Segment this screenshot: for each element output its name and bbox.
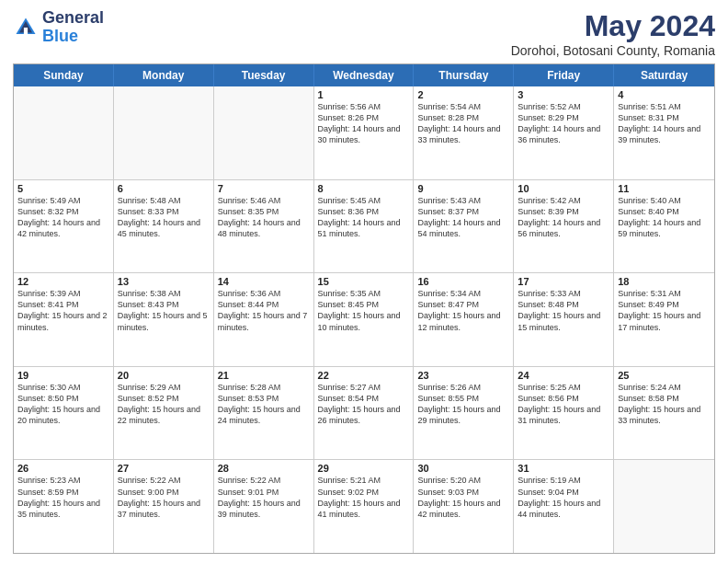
page: General Blue May 2024 Dorohoi, Botosani … (0, 0, 728, 563)
header: General Blue May 2024 Dorohoi, Botosani … (13, 9, 715, 58)
svg-rect-2 (24, 28, 28, 34)
day-info: Sunrise: 5:42 AM Sunset: 8:39 PM Dayligh… (518, 195, 609, 240)
day-number: 6 (118, 183, 210, 194)
calendar-row-0: 1Sunrise: 5:56 AM Sunset: 8:26 PM Daylig… (14, 86, 714, 180)
day-info: Sunrise: 5:29 AM Sunset: 8:52 PM Dayligh… (118, 382, 210, 427)
day-info: Sunrise: 5:39 AM Sunset: 8:41 PM Dayligh… (17, 288, 109, 333)
day-info: Sunrise: 5:54 AM Sunset: 8:28 PM Dayligh… (417, 101, 509, 146)
day-info: Sunrise: 5:22 AM Sunset: 9:00 PM Dayligh… (118, 475, 210, 520)
calendar-cell-empty (14, 86, 114, 179)
calendar-cell-day-26: 26Sunrise: 5:23 AM Sunset: 8:59 PM Dayli… (14, 460, 114, 553)
day-number: 1 (318, 89, 410, 100)
day-number: 14 (218, 276, 310, 287)
calendar-cell-empty (614, 460, 714, 553)
logo-blue: Blue (42, 27, 78, 45)
day-number: 28 (218, 463, 310, 474)
day-info: Sunrise: 5:34 AM Sunset: 8:47 PM Dayligh… (417, 288, 509, 333)
calendar-cell-day-9: 9Sunrise: 5:43 AM Sunset: 8:37 PM Daylig… (414, 180, 514, 273)
day-info: Sunrise: 5:27 AM Sunset: 8:54 PM Dayligh… (318, 382, 410, 427)
calendar-cell-day-8: 8Sunrise: 5:45 AM Sunset: 8:36 PM Daylig… (314, 180, 415, 273)
calendar-cell-day-20: 20Sunrise: 5:29 AM Sunset: 8:52 PM Dayli… (114, 367, 214, 460)
day-number: 15 (318, 276, 410, 287)
calendar-cell-day-27: 27Sunrise: 5:22 AM Sunset: 9:00 PM Dayli… (114, 460, 214, 553)
calendar-cell-day-24: 24Sunrise: 5:25 AM Sunset: 8:56 PM Dayli… (514, 367, 614, 460)
day-number: 3 (518, 89, 609, 100)
logo: General Blue (13, 9, 104, 46)
weekday-header-saturday: Saturday (614, 64, 714, 86)
day-number: 4 (618, 89, 711, 100)
day-number: 5 (17, 183, 109, 194)
logo-general: General (42, 8, 104, 27)
day-number: 24 (518, 370, 609, 381)
day-info: Sunrise: 5:51 AM Sunset: 8:31 PM Dayligh… (618, 101, 711, 146)
day-number: 26 (17, 463, 109, 474)
calendar-cell-day-29: 29Sunrise: 5:21 AM Sunset: 9:02 PM Dayli… (314, 460, 415, 553)
day-number: 17 (518, 276, 609, 287)
calendar-row-4: 26Sunrise: 5:23 AM Sunset: 8:59 PM Dayli… (14, 460, 714, 553)
day-info: Sunrise: 5:26 AM Sunset: 8:55 PM Dayligh… (417, 382, 509, 427)
day-number: 18 (618, 276, 711, 287)
calendar-cell-day-25: 25Sunrise: 5:24 AM Sunset: 8:58 PM Dayli… (614, 367, 714, 460)
day-info: Sunrise: 5:40 AM Sunset: 8:40 PM Dayligh… (618, 195, 711, 240)
calendar-cell-day-22: 22Sunrise: 5:27 AM Sunset: 8:54 PM Dayli… (314, 367, 415, 460)
day-info: Sunrise: 5:19 AM Sunset: 9:04 PM Dayligh… (518, 475, 609, 520)
subtitle: Dorohoi, Botosani County, Romania (511, 43, 715, 58)
calendar-cell-empty (114, 86, 214, 179)
calendar-cell-day-3: 3Sunrise: 5:52 AM Sunset: 8:29 PM Daylig… (514, 86, 614, 179)
calendar-cell-day-31: 31Sunrise: 5:19 AM Sunset: 9:04 PM Dayli… (514, 460, 614, 553)
day-number: 20 (118, 370, 210, 381)
day-info: Sunrise: 5:28 AM Sunset: 8:53 PM Dayligh… (218, 382, 310, 427)
day-info: Sunrise: 5:23 AM Sunset: 8:59 PM Dayligh… (17, 475, 109, 520)
calendar-row-2: 12Sunrise: 5:39 AM Sunset: 8:41 PM Dayli… (14, 273, 714, 367)
day-info: Sunrise: 5:31 AM Sunset: 8:49 PM Dayligh… (618, 288, 711, 333)
calendar-cell-day-14: 14Sunrise: 5:36 AM Sunset: 8:44 PM Dayli… (214, 273, 314, 366)
calendar-cell-day-18: 18Sunrise: 5:31 AM Sunset: 8:49 PM Dayli… (614, 273, 714, 366)
day-info: Sunrise: 5:43 AM Sunset: 8:37 PM Dayligh… (417, 195, 509, 240)
day-number: 9 (417, 183, 509, 194)
day-info: Sunrise: 5:52 AM Sunset: 8:29 PM Dayligh… (518, 101, 609, 146)
day-number: 2 (417, 89, 509, 100)
title-block: May 2024 Dorohoi, Botosani County, Roman… (511, 9, 715, 58)
calendar-cell-day-13: 13Sunrise: 5:38 AM Sunset: 8:43 PM Dayli… (114, 273, 214, 366)
day-number: 30 (417, 463, 509, 474)
day-number: 19 (17, 370, 109, 381)
day-info: Sunrise: 5:33 AM Sunset: 8:48 PM Dayligh… (518, 288, 609, 333)
day-number: 7 (218, 183, 310, 194)
calendar-row-3: 19Sunrise: 5:30 AM Sunset: 8:50 PM Dayli… (14, 367, 714, 461)
weekday-header-friday: Friday (514, 64, 614, 86)
calendar-cell-day-4: 4Sunrise: 5:51 AM Sunset: 8:31 PM Daylig… (614, 86, 714, 179)
calendar-cell-day-21: 21Sunrise: 5:28 AM Sunset: 8:53 PM Dayli… (214, 367, 314, 460)
day-number: 21 (218, 370, 310, 381)
day-info: Sunrise: 5:21 AM Sunset: 9:02 PM Dayligh… (318, 475, 410, 520)
weekday-header-thursday: Thursday (414, 64, 514, 86)
calendar-cell-day-23: 23Sunrise: 5:26 AM Sunset: 8:55 PM Dayli… (414, 367, 514, 460)
calendar-row-1: 5Sunrise: 5:49 AM Sunset: 8:32 PM Daylig… (14, 180, 714, 274)
calendar-cell-day-1: 1Sunrise: 5:56 AM Sunset: 8:26 PM Daylig… (314, 86, 415, 179)
calendar-header: SundayMondayTuesdayWednesdayThursdayFrid… (14, 64, 714, 86)
calendar-cell-day-12: 12Sunrise: 5:39 AM Sunset: 8:41 PM Dayli… (14, 273, 114, 366)
day-number: 16 (417, 276, 509, 287)
day-info: Sunrise: 5:30 AM Sunset: 8:50 PM Dayligh… (17, 382, 109, 427)
calendar-cell-day-28: 28Sunrise: 5:22 AM Sunset: 9:01 PM Dayli… (214, 460, 314, 553)
weekday-header-tuesday: Tuesday (214, 64, 314, 86)
calendar-cell-day-5: 5Sunrise: 5:49 AM Sunset: 8:32 PM Daylig… (14, 180, 114, 273)
day-number: 13 (118, 276, 210, 287)
day-number: 22 (318, 370, 410, 381)
weekday-header-wednesday: Wednesday (314, 64, 415, 86)
calendar-cell-day-11: 11Sunrise: 5:40 AM Sunset: 8:40 PM Dayli… (614, 180, 714, 273)
calendar-cell-day-15: 15Sunrise: 5:35 AM Sunset: 8:45 PM Dayli… (314, 273, 415, 366)
day-info: Sunrise: 5:46 AM Sunset: 8:35 PM Dayligh… (218, 195, 310, 240)
calendar-cell-day-2: 2Sunrise: 5:54 AM Sunset: 8:28 PM Daylig… (414, 86, 514, 179)
weekday-header-monday: Monday (114, 64, 214, 86)
calendar-cell-day-7: 7Sunrise: 5:46 AM Sunset: 8:35 PM Daylig… (214, 180, 314, 273)
day-info: Sunrise: 5:48 AM Sunset: 8:33 PM Dayligh… (118, 195, 210, 240)
day-info: Sunrise: 5:25 AM Sunset: 8:56 PM Dayligh… (518, 382, 609, 427)
calendar-cell-day-19: 19Sunrise: 5:30 AM Sunset: 8:50 PM Dayli… (14, 367, 114, 460)
day-info: Sunrise: 5:38 AM Sunset: 8:43 PM Dayligh… (118, 288, 210, 333)
day-number: 23 (417, 370, 509, 381)
logo-icon (13, 15, 39, 40)
day-info: Sunrise: 5:56 AM Sunset: 8:26 PM Dayligh… (318, 101, 410, 146)
logo-text: General Blue (42, 9, 104, 46)
calendar-cell-day-30: 30Sunrise: 5:20 AM Sunset: 9:03 PM Dayli… (414, 460, 514, 553)
day-number: 12 (17, 276, 109, 287)
